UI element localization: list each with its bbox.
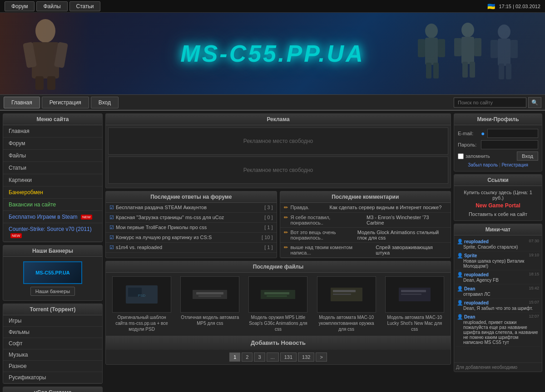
menu-item-bannerexchange[interactable]: Баннеробмен [3, 186, 102, 199]
torrent-games[interactable]: Игры [3, 315, 102, 327]
search-input[interactable] [454, 98, 526, 108]
torrent-movies[interactable]: Фильмы [3, 327, 102, 338]
banner-figures-right [409, 22, 536, 85]
menu-item-articles[interactable]: Статьи [3, 162, 102, 174]
svg-rect-22 [499, 64, 504, 79]
new-game-link[interactable]: New Game Portal [458, 202, 538, 209]
svg-rect-7 [425, 38, 438, 65]
menu-item-files[interactable]: Файлы [3, 150, 102, 162]
svg-rect-14 [454, 38, 461, 56]
topbar-forum-btn[interactable]: Форум [5, 1, 35, 11]
file-thumb-0: PSD [112, 276, 171, 313]
chat-msg-1: 19:10 👤Sprite Новая шапка супер) Виталик… [456, 251, 540, 270]
torrent-box: Torrent (Торрент) Игры Фильмы Софт Музык… [3, 304, 103, 384]
page-btn-131[interactable]: 131 [280, 353, 297, 362]
torrent-title: Torrent (Торрент) [3, 304, 102, 315]
search-button[interactable]: 🔍 [528, 97, 541, 108]
forum-item-2[interactable]: ☑Мои первые TrollFace Приколы про css [ … [106, 223, 277, 233]
new-badge-cs: NEW [10, 233, 22, 238]
page-btn-132[interactable]: 132 [298, 353, 314, 362]
chat-messages[interactable]: 07:30 👤reuploaded Sprite, Спасибо старал… [454, 235, 542, 363]
chat-time-1: 19:10 [529, 253, 539, 257]
torrent-soft[interactable]: Софт [3, 338, 102, 349]
topbar-articles-btn[interactable]: Статьи [69, 1, 101, 11]
page-btn-3[interactable]: 3 [254, 353, 265, 362]
file-item-1[interactable]: Отличная модель автомата MP5 для css [180, 276, 239, 332]
ad-slot-2: Рекламное место свободно [108, 157, 448, 184]
torrent-russifiers[interactable]: Русификаторы [3, 372, 102, 383]
file-name-1: Отличная модель автомата MP5 для css [180, 314, 239, 326]
banner-image[interactable]: MS-C55.PP.UA [23, 261, 82, 284]
buy-link[interactable]: Купить ссылку здесь (Цена: 1 руб.) [458, 190, 538, 201]
right-sidebar: Мини-Профиль E-mail: ● Пароль: запомнить [454, 113, 542, 372]
new-badge-steam: NEW [81, 215, 92, 220]
site-banner: MS-C55.PP.UA [0, 13, 545, 94]
chat-time-3: 15:42 [529, 286, 539, 290]
menu-item-images[interactable]: Картинки [3, 174, 102, 186]
nav-register-btn[interactable]: Регистрация [42, 97, 89, 108]
email-input[interactable] [487, 129, 538, 138]
forgot-links: Забыл пароль | Регистрация [458, 162, 538, 167]
forum-item-3[interactable]: ☑Конкурс на лучшую png картинку из CS:S … [106, 233, 277, 243]
file-item-4[interactable]: Модель автомата MAC-10 Lucky Shot's New … [385, 276, 444, 332]
file-thumb-3 [317, 276, 376, 313]
banner-figure-left [9, 17, 82, 90]
nav-home-btn[interactable]: Главная [4, 97, 40, 108]
password-input[interactable] [481, 140, 538, 149]
menu-item-steam[interactable]: Бесплатно Играем в Steam NEW [3, 211, 102, 223]
forum-item-1[interactable]: ☑Красная "Загрузка страницы" ms-css для … [106, 213, 277, 223]
links-box: Ссылки Купить ссылку здесь (Цена: 1 руб.… [454, 174, 542, 221]
forgot-link[interactable]: Забыл пароль [468, 162, 498, 167]
our-banners-btn[interactable]: Наши баннеры [30, 287, 75, 296]
svg-rect-17 [470, 62, 475, 78]
file-name-4: Модель автомата MAC-10 Lucky Shot's New … [385, 314, 444, 332]
pagination: 1 2 3 ... 131 132 > [106, 350, 451, 364]
menu-item-vacancies[interactable]: Вакансии на сайте [3, 199, 102, 211]
page-btn-next[interactable]: > [316, 353, 327, 362]
comment-item-3[interactable]: ✏ выше над твоим коментом написа... Спре… [280, 243, 451, 258]
topbar-nav: Форум Файлы Статьи [5, 1, 100, 11]
svg-point-0 [35, 19, 55, 43]
chat-user-0: reuploaded [464, 239, 489, 244]
comment-item-1[interactable]: ✏ Я себе поставил, понравилось.. M3 - En… [280, 213, 451, 228]
torrent-music[interactable]: Музыка [3, 349, 102, 361]
post-link[interactable]: Поставить к себе на сайт [458, 211, 538, 217]
chat-time-0: 07:30 [529, 239, 539, 243]
menu-box: Меню сайта Главная Форум Файлы Статьи Ка… [3, 113, 103, 242]
login-btn[interactable]: Вход [517, 152, 538, 161]
remember-checkbox[interactable] [458, 153, 464, 159]
svg-rect-23 [506, 64, 511, 79]
forum-item-0[interactable]: ☑Бесплатная раздача STEAM Аккаунтов [ 3 … [106, 203, 277, 213]
password-row: Пароль: [458, 140, 538, 149]
file-thumb-4 [385, 276, 444, 313]
mini-chat-box: Мини-чат 07:30 👤reuploaded Sprite, Спаси… [454, 224, 542, 372]
menu-item-home[interactable]: Главная [3, 125, 102, 137]
add-news-btn[interactable]: Добавить Новость [106, 336, 451, 350]
file-item-3[interactable]: Модель автомата MAC-10 укомплектованная … [317, 276, 376, 332]
svg-rect-35 [333, 294, 351, 295]
menu-item-cs[interactable]: Counter-Strike: Source v70 (2011) NEW [3, 223, 102, 242]
svg-rect-4 [35, 76, 44, 90]
register-link[interactable]: Регистрация [501, 162, 528, 167]
page-btn-2[interactable]: 2 [242, 353, 253, 362]
menu-item-forum[interactable]: Форум [3, 137, 102, 150]
file-name-0: Оригинальный шаблон сайта ms-css.pp.ua +… [112, 314, 171, 332]
file-item-0[interactable]: PSD Оригинальный шаблон сайта ms-css.pp.… [112, 276, 171, 332]
svg-point-12 [461, 23, 474, 37]
svg-rect-11 [433, 63, 439, 78]
chat-text-2: Dean, Agency FB [463, 278, 539, 283]
chat-text-3: отправил ЛС [463, 292, 539, 297]
topbar-files-btn[interactable]: Файлы [36, 1, 67, 11]
nav-login-btn[interactable]: Вход [91, 97, 119, 108]
menu-title: Меню сайта [3, 114, 102, 125]
comment-item-0[interactable]: ✏ Правда. Как сделать сервер видным в Ин… [280, 203, 451, 213]
comment-item-2[interactable]: ✏ Вот это вещь очень понравилось.. Модел… [280, 228, 451, 243]
page-btn-1[interactable]: 1 [229, 353, 240, 362]
file-item-2[interactable]: Модель оружия MP5 Little Soap's G36c Ani… [248, 276, 307, 332]
ads-box: Реклама Рекламное место свободно Рекламн… [105, 113, 451, 188]
navbar: Главная Регистрация Вход 🔍 [0, 94, 545, 111]
torrent-other[interactable]: Разное [3, 361, 102, 372]
forum-item-4[interactable]: ☑s1m4 vs. reaploaded [ 1 ] [106, 243, 277, 253]
ads-title: Реклама [106, 114, 451, 125]
search-area: 🔍 [454, 97, 541, 108]
